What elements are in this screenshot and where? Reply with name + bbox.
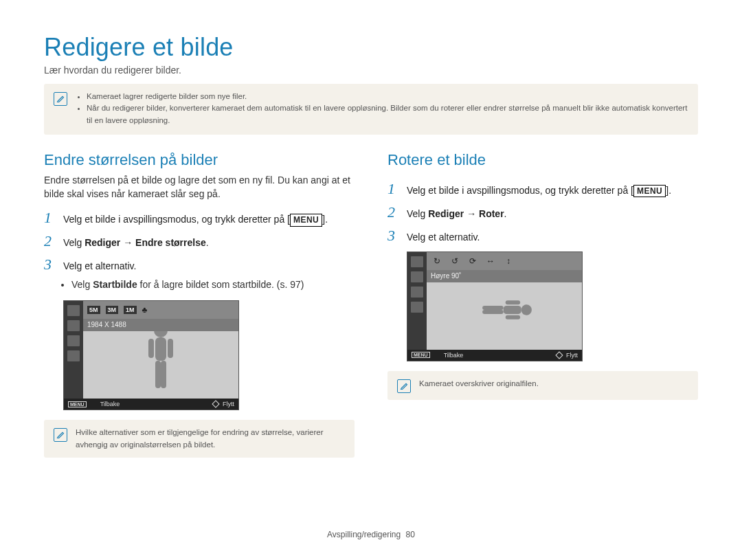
note-icon [54, 92, 67, 106]
step-number: 3 [387, 228, 400, 243]
screenshot-rotate: ↻ ↺ ⟳ ↔ ↕ Høyre 90˚ MENU Tilbake Flytt [407, 251, 583, 361]
step-text-part: Velg [63, 237, 85, 248]
ss-size-option: 5M [87, 306, 100, 314]
left-note-box: Hvilke alternativer som er tilgjengelige… [44, 420, 355, 458]
step-number: 2 [387, 205, 400, 220]
sub-bullet-list: Velg Startbilde for å lagre bildet som s… [44, 278, 355, 292]
flip-horizontal-icon: ↔ [484, 256, 497, 267]
rotate-180-icon: ⟳ [466, 256, 479, 267]
top-note-list: Kameraet lagrer redigerte bilder som nye… [76, 91, 688, 126]
note-icon [397, 379, 411, 393]
step-text-part: . [325, 214, 328, 225]
sub-bullet-item: Velg Startbilde for å lagre bildet som s… [71, 278, 355, 292]
ss-sidebar-icon [411, 256, 423, 267]
step-text: Velg et alternativ. [63, 257, 136, 273]
step-text-part: . [504, 208, 507, 219]
rotate-right-icon: ↻ [431, 256, 443, 267]
section-rotate: Rotere et bilde 1 Velg et bilde i avspil… [387, 151, 698, 458]
ss-sidebar-icon [67, 350, 80, 361]
step-bold: Roter [479, 208, 504, 219]
ss-menu-icon: MENU [412, 352, 430, 358]
section-title-resize: Endre størrelsen på bilder [44, 151, 355, 169]
rotate-left-icon: ↺ [449, 256, 461, 267]
ss-sidebar-icon [411, 302, 423, 313]
svg-rect-10 [482, 306, 504, 310]
step-text: Velg Rediger → Roter. [407, 205, 507, 221]
ss-toolbar: ↻ ↺ ⟳ ↔ ↕ [427, 252, 582, 270]
arrow-icon: → [120, 237, 135, 248]
ss-sidebar [407, 252, 427, 350]
arrow-icon: → [464, 208, 479, 219]
step-number: 3 [44, 257, 56, 272]
sub-bullet-bold: Startbilde [93, 279, 137, 290]
svg-point-6 [521, 304, 532, 315]
ss-sidebar-icon [67, 305, 80, 316]
section-resize: Endre størrelsen på bilder Endre størrel… [44, 151, 355, 458]
ss-toolbar: 5M 3M 1M ♣ [83, 301, 238, 319]
step-2: 2 Velg Rediger → Roter. [387, 205, 698, 221]
step-bold: Rediger [428, 208, 464, 219]
top-note-item: Kameraet lagrer redigerte bilder som nye… [87, 91, 688, 102]
person-silhouette-icon [140, 321, 181, 396]
svg-rect-5 [161, 361, 166, 388]
ss-back-label: Tilbake [444, 352, 464, 359]
svg-rect-9 [506, 315, 520, 319]
step-text-part: . [206, 237, 209, 248]
svg-rect-2 [148, 339, 154, 358]
ss-size-option: 1M [124, 306, 137, 314]
ss-sidebar [64, 301, 83, 399]
left-note-text: Hvilke alternativer som er tilgjengelige… [76, 427, 345, 451]
flip-vertical-icon: ↕ [502, 256, 515, 267]
section-title-rotate: Rotere et bilde [387, 151, 698, 169]
ss-sidebar-icon [67, 335, 80, 346]
screenshot-resize: 5M 3M 1M ♣ 1984 X 1488 MENU Tilbake Flyt… [63, 300, 239, 410]
step-text: Velg et bilde i avspillingsmodus, og try… [407, 181, 671, 198]
ss-move-label: Flytt [223, 401, 234, 407]
step-text: Velg Rediger → Endre størrelse. [63, 234, 209, 250]
step-bold: Rediger [85, 237, 120, 248]
step-number: 1 [44, 210, 56, 225]
svg-rect-3 [168, 339, 173, 358]
svg-rect-7 [504, 306, 521, 314]
step-bold: Endre størrelse [135, 237, 206, 248]
step-2: 2 Velg Rediger → Endre størrelse. [44, 234, 355, 250]
step-text-part: Velg et bilde i avspillingsmodus, og try… [407, 185, 631, 196]
top-note-box: Kameraet lagrer redigerte bilder som nye… [44, 84, 698, 135]
ss-size-option: 3M [106, 306, 119, 314]
step-text: Velg et alternativ. [407, 228, 480, 245]
menu-button-box: MENU [290, 214, 322, 226]
svg-rect-8 [506, 300, 520, 304]
footer-page-number: 80 [406, 530, 415, 539]
step-text-part: . [668, 185, 671, 196]
ss-nav-icon [555, 351, 563, 359]
svg-rect-4 [155, 361, 161, 388]
step-number: 1 [387, 181, 400, 197]
note-icon [54, 428, 67, 442]
step-text-part: Velg et bilde i avspillingsmodus, og try… [63, 214, 287, 225]
ss-startimage-icon: ♣ [142, 305, 148, 315]
page-footer: Avspilling/redigering 80 [0, 530, 742, 539]
ss-menu-icon: MENU [68, 401, 87, 407]
ss-footer: MENU Tilbake Flytt [64, 399, 238, 410]
step-text-part: Velg [407, 208, 428, 219]
step-3: 3 Velg et alternativ. [387, 228, 698, 245]
top-note-item: Når du redigerer bilder, konverterer kam… [87, 102, 688, 126]
ss-sidebar-icon [411, 271, 423, 282]
menu-button-box: MENU [633, 185, 666, 197]
ss-sidebar-icon [411, 287, 423, 298]
right-note-text: Kameraet overskriver originalfilen. [419, 378, 539, 390]
ss-sidebar-icon [67, 320, 80, 331]
step-number: 2 [44, 234, 56, 249]
step-1: 1 Velg et bilde i avspillingsmodus, og t… [387, 181, 698, 198]
page-title: Redigere et bilde [44, 33, 698, 62]
ss-resolution-label: 1984 X 1488 [83, 319, 238, 331]
svg-rect-1 [155, 337, 166, 361]
person-silhouette-icon [475, 294, 534, 326]
ss-footer: MENU Tilbake Flytt [407, 350, 582, 361]
ss-back-label: Tilbake [100, 401, 120, 407]
ss-nav-icon [212, 401, 219, 408]
section-intro-resize: Endre størrelsen på et bilde og lagre de… [44, 173, 355, 201]
ss-rotate-label: Høyre 90˚ [427, 270, 582, 282]
step-3: 3 Velg et alternativ. [44, 257, 355, 273]
page-subtitle: Lær hvordan du redigerer bilder. [44, 65, 698, 76]
